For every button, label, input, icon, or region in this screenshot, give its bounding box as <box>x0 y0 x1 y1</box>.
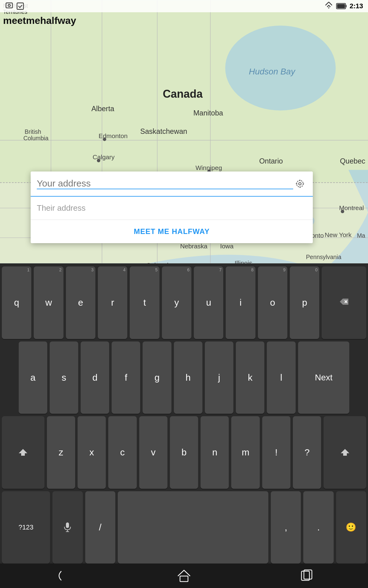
svg-text:Columbia: Columbia <box>23 135 48 141</box>
key-z[interactable]: z <box>47 416 75 489</box>
key-next[interactable]: Next <box>298 341 350 414</box>
checkbox-icon <box>16 2 25 10</box>
key-p[interactable]: 0 p <box>290 266 319 339</box>
key-b[interactable]: b <box>170 416 198 489</box>
svg-text:Illinois: Illinois <box>235 259 252 263</box>
key-r[interactable]: 4 r <box>98 266 127 339</box>
key-f[interactable]: f <box>112 341 140 414</box>
svg-rect-2 <box>17 3 24 9</box>
key-j[interactable]: j <box>205 341 233 414</box>
their-address-placeholder: Their address <box>37 203 86 213</box>
key-x[interactable]: x <box>78 416 106 489</box>
key-exclaim[interactable]: ! <box>262 416 290 489</box>
app-name: meetmehalfway <box>3 15 76 26</box>
svg-text:Hudson Bay: Hudson Bay <box>249 67 296 76</box>
key-o[interactable]: 9 o <box>258 266 287 339</box>
svg-text:Ontario: Ontario <box>259 157 283 165</box>
svg-text:Alberta: Alberta <box>91 105 115 113</box>
key-sym[interactable]: ?123 <box>2 491 50 564</box>
recents-button[interactable] <box>294 568 319 583</box>
key-shift-left[interactable] <box>2 416 44 489</box>
svg-text:Saskatchewan: Saskatchewan <box>140 127 187 135</box>
key-y[interactable]: 6 y <box>162 266 191 339</box>
key-question[interactable]: ? <box>293 416 321 489</box>
svg-text:New York: New York <box>325 231 352 238</box>
keyboard-row-4: ?123 / , . 🙂 <box>2 491 366 564</box>
svg-text:Manitoba: Manitoba <box>193 109 223 117</box>
key-q[interactable]: 1 q <box>2 266 31 339</box>
back-arrow-icon <box>54 570 69 582</box>
key-e[interactable]: 3 e <box>66 266 95 339</box>
svg-text:Quebec: Quebec <box>340 157 366 165</box>
key-backspace[interactable] <box>322 266 366 339</box>
key-g[interactable]: g <box>143 341 171 414</box>
key-l[interactable]: l <box>267 341 295 414</box>
action-row: MEET ME HALFWAY <box>31 220 313 243</box>
home-button[interactable] <box>172 568 196 583</box>
key-slash[interactable]: / <box>85 491 115 564</box>
svg-rect-4 <box>346 5 347 7</box>
key-period[interactable]: . <box>303 491 333 564</box>
svg-text:Iowa: Iowa <box>220 243 234 250</box>
keyboard-row-1: 1 q 2 w 3 e 4 r 5 t 6 y 7 u 8 i <box>2 266 366 339</box>
your-address-input[interactable] <box>37 178 293 189</box>
key-u[interactable]: 7 u <box>194 266 223 339</box>
keyboard-row-2: a s d f g h j k l Next <box>2 341 366 414</box>
shift-up-icon-right <box>339 448 351 457</box>
svg-text:Canada: Canada <box>163 88 203 100</box>
svg-text:Nebraska: Nebraska <box>180 243 208 250</box>
svg-rect-0 <box>6 3 13 8</box>
key-i[interactable]: 8 i <box>226 266 255 339</box>
key-t[interactable]: 5 t <box>130 266 159 339</box>
svg-text:Pennsylvania: Pennsylvania <box>306 254 341 260</box>
key-d[interactable]: d <box>81 341 109 414</box>
key-v[interactable]: v <box>139 416 167 489</box>
key-c[interactable]: c <box>108 416 136 489</box>
status-bar: 2:13 <box>0 0 368 12</box>
key-n[interactable]: n <box>201 416 229 489</box>
their-address-row[interactable]: Their address <box>31 197 313 220</box>
keyboard: 1 q 2 w 3 e 4 r 5 t 6 y 7 u 8 i <box>0 263 368 564</box>
nav-bar <box>0 564 368 588</box>
svg-text:Edmonton: Edmonton <box>98 132 128 139</box>
dialog: Their address MEET ME HALFWAY <box>31 172 313 243</box>
key-w[interactable]: 2 w <box>34 266 63 339</box>
next-key-label: Next <box>315 373 333 383</box>
key-s[interactable]: s <box>50 341 78 414</box>
svg-point-1 <box>8 4 10 6</box>
key-mic[interactable] <box>52 491 82 564</box>
screenshot-icon <box>5 2 13 10</box>
status-bar-left <box>5 2 27 10</box>
key-h[interactable]: h <box>174 341 202 414</box>
mic-icon <box>63 522 72 533</box>
key-a[interactable]: a <box>19 341 47 414</box>
your-address-row <box>31 172 313 197</box>
recents-icon <box>299 569 314 583</box>
svg-point-32 <box>103 138 106 141</box>
key-emoji[interactable]: 🙂 <box>336 491 366 564</box>
home-icon <box>176 569 192 583</box>
location-icon-button[interactable] <box>293 177 307 190</box>
svg-text:Calgary: Calgary <box>93 153 115 160</box>
key-k[interactable]: k <box>236 341 264 414</box>
meet-halfway-button[interactable]: MEET ME HALFWAY <box>134 227 209 236</box>
svg-rect-78 <box>66 522 69 528</box>
back-button[interactable] <box>49 568 74 583</box>
svg-rect-5 <box>337 4 345 8</box>
svg-rect-81 <box>180 576 188 582</box>
svg-point-76 <box>299 183 301 185</box>
svg-point-55 <box>341 210 344 213</box>
battery-icon <box>336 2 347 10</box>
status-bar-right: 2:13 <box>324 2 363 10</box>
status-time: 2:13 <box>350 2 363 10</box>
svg-text:British: British <box>25 128 41 135</box>
key-shift-right[interactable] <box>324 416 366 489</box>
keyboard-row-3: z x c v b n m ! ? <box>2 416 366 489</box>
key-comma[interactable]: , <box>271 491 301 564</box>
key-space[interactable] <box>118 491 268 564</box>
svg-text:Ma: Ma <box>357 232 365 239</box>
key-m[interactable]: m <box>231 416 259 489</box>
shift-up-icon <box>17 448 29 457</box>
wifi-icon <box>324 2 334 10</box>
svg-point-34 <box>97 159 100 162</box>
